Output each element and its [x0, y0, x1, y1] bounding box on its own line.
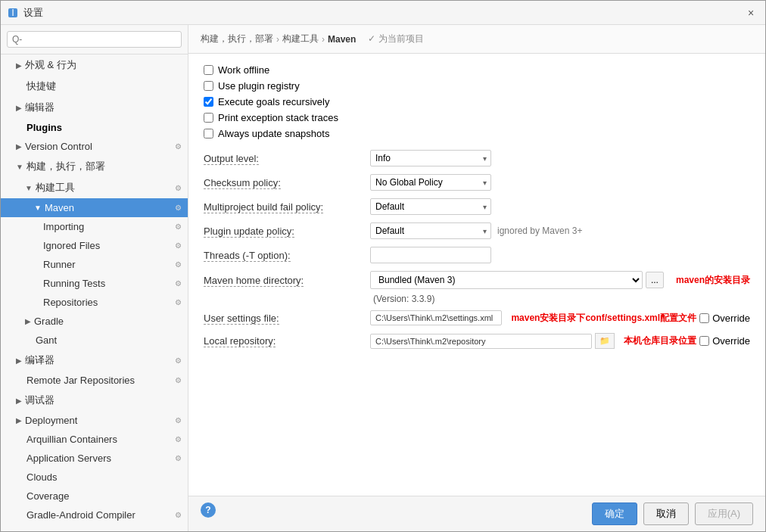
use-plugin-registry-checkbox[interactable] — [204, 81, 213, 91]
sidebar-item-label: Deployment — [25, 415, 175, 426]
checksum-policy-dropdown-wrapper: No Global Policy Ignore Warn Fail — [370, 174, 491, 191]
local-repo-annotation: 本机仓库目录位置 — [624, 334, 696, 347]
sidebar-item-remote-jar[interactable]: Remote Jar Repositories ⚙ — [1, 371, 188, 390]
local-repo-override-label[interactable]: Override — [699, 335, 750, 347]
always-update-label[interactable]: Always update snapshots — [204, 128, 329, 139]
expand-icon: ▶ — [25, 317, 31, 325]
close-button[interactable]: × — [743, 5, 759, 21]
plugin-update-label: Plugin update policy: — [204, 226, 370, 237]
plugin-update-select[interactable]: Default Always Never — [370, 222, 491, 239]
user-settings-override-label[interactable]: Override — [699, 313, 750, 324]
ext-icon: ⚙ — [175, 376, 182, 384]
local-repo-label: Local repository: — [204, 335, 370, 347]
sidebar-item-build-tools[interactable]: ▼ 构建工具 ⚙ — [1, 177, 188, 198]
plugin-update-note: ignored by Maven 3+ — [497, 226, 582, 236]
checksum-policy-label: Checksum policy: — [204, 177, 370, 188]
footer: ? 确定 取消 应用(A) — [188, 496, 765, 531]
sidebar-item-label: Version Control — [25, 141, 175, 152]
sidebar-item-runner[interactable]: Runner ⚙ — [1, 255, 188, 274]
maven-home-label: Maven home directory: — [204, 275, 370, 286]
breadcrumb-part1: 构建，执行，部署 — [201, 33, 273, 45]
sidebar-item-label: Gradle-Android Compiler — [26, 509, 175, 521]
sidebar: ▶ 外观 & 行为 快捷键 ▶ 编辑器 Plugins — [1, 25, 188, 531]
work-offline-checkbox[interactable] — [204, 65, 213, 75]
sidebar-item-label: Runner — [43, 259, 175, 270]
execute-goals-recursively-label[interactable]: Execute goals recursively — [204, 96, 329, 107]
print-exception-checkbox[interactable] — [204, 113, 213, 123]
multiproject-dropdown-wrapper: Default Fail Fast Fail At End Never Fail — [370, 198, 491, 215]
output-level-select[interactable]: Info Debug Warning Error — [370, 150, 491, 166]
sidebar-item-arquillian[interactable]: Arquillian Containers ⚙ — [1, 430, 188, 449]
as-project-label[interactable]: ✓ 为当前项目 — [368, 33, 423, 45]
sidebar-item-coverage[interactable]: Coverage — [1, 487, 188, 506]
sidebar-item-version-control[interactable]: ▶ Version Control ⚙ — [1, 137, 188, 156]
sidebar-item-label: Gant — [36, 334, 182, 346]
user-settings-value: maven安装目录下conf/settings.xml配置文件 Override — [370, 310, 750, 325]
form-area: Work offline Use plugin registry Execute… — [188, 54, 765, 496]
main-panel: 构建，执行，部署 › 构建工具 › Maven ✓ 为当前项目 Work off… — [188, 25, 765, 531]
user-settings-input[interactable] — [370, 310, 502, 325]
ext-icon: ⚙ — [175, 279, 182, 288]
help-button[interactable]: ? — [201, 502, 216, 518]
sidebar-item-label: 构建工具 — [36, 181, 175, 194]
print-exception-label[interactable]: Print exception stack traces — [204, 112, 338, 123]
use-plugin-registry-label[interactable]: Use plugin registry — [204, 80, 300, 92]
sidebar-item-label: Importing — [43, 221, 175, 232]
ok-button[interactable]: 确定 — [592, 502, 637, 525]
sidebar-item-importing[interactable]: Importing ⚙ — [1, 217, 188, 236]
ext-icon: ⚙ — [175, 204, 182, 212]
sidebar-item-plugins[interactable]: Plugins — [1, 118, 188, 137]
sidebar-item-deployment[interactable]: ▶ Deployment ⚙ — [1, 411, 188, 430]
sidebar-item-debugger[interactable]: ▶ 调试器 — [1, 390, 188, 411]
sidebar-item-label: Repositories — [43, 297, 175, 308]
maven-home-browse-button[interactable]: ... — [646, 272, 664, 288]
sidebar-item-gradle[interactable]: ▶ Gradle — [1, 312, 188, 331]
plugin-update-row: Plugin update policy: Default Always Nev… — [204, 222, 750, 239]
cancel-button[interactable]: 取消 — [643, 502, 689, 525]
maven-home-select[interactable]: Bundled (Maven 3) Custom — [370, 271, 643, 289]
user-settings-label: User settings file: — [204, 313, 370, 324]
search-input[interactable] — [7, 31, 182, 48]
version-row: (Version: 3.3.9) — [370, 294, 750, 304]
sidebar-item-clouds[interactable]: Clouds — [1, 468, 188, 487]
ext-icon: ⚙ — [175, 298, 182, 306]
checksum-policy-select[interactable]: No Global Policy Ignore Warn Fail — [370, 174, 491, 191]
sidebar-item-maven[interactable]: ▼ Maven ⚙ — [1, 198, 188, 217]
sidebar-item-label: Application Servers — [26, 453, 175, 464]
ext-icon: ⚙ — [175, 222, 182, 231]
multiproject-select[interactable]: Default Fail Fast Fail At End Never Fail — [370, 198, 491, 215]
user-settings-row: User settings file: maven安装目录下conf/setti… — [204, 310, 750, 325]
sidebar-item-ignored-files[interactable]: Ignored Files ⚙ — [1, 236, 188, 255]
ext-icon: ⚙ — [175, 142, 182, 151]
local-repo-input[interactable] — [370, 334, 592, 349]
window-controls: × — [743, 5, 759, 21]
always-update-checkbox[interactable] — [204, 129, 213, 138]
user-settings-override-checkbox[interactable] — [699, 313, 709, 323]
sidebar-item-app-servers[interactable]: Application Servers ⚙ — [1, 449, 188, 468]
breadcrumb-sep2: › — [322, 34, 325, 45]
sidebar-item-compiler[interactable]: ▶ 编译器 ⚙ — [1, 350, 188, 371]
sidebar-item-running-tests[interactable]: Running Tests ⚙ — [1, 274, 188, 293]
local-repo-value: 📁 本机仓库目录位置 Override — [370, 333, 750, 349]
sidebar-item-gant[interactable]: Gant — [1, 331, 188, 350]
sidebar-item-repositories[interactable]: Repositories ⚙ — [1, 293, 188, 312]
local-repo-row: Local repository: 📁 本机仓库目录位置 Override — [204, 333, 750, 349]
threads-input[interactable] — [370, 247, 491, 263]
local-repo-browse-button[interactable]: 📁 — [595, 333, 615, 349]
local-repo-override-checkbox[interactable] — [699, 336, 709, 346]
expand-icon: ▼ — [25, 184, 33, 192]
sidebar-item-appearance[interactable]: ▶ 外观 & 行为 — [1, 54, 188, 76]
ext-icon: ⚙ — [175, 511, 182, 519]
sidebar-item-build-exec-deploy[interactable]: ▼ 构建，执行，部署 — [1, 156, 188, 177]
multiproject-label: Multiproject build fail policy: — [204, 201, 370, 213]
execute-goals-recursively-checkbox[interactable] — [204, 97, 213, 107]
use-plugin-registry-text: Use plugin registry — [218, 80, 300, 92]
sidebar-item-gradle-android[interactable]: Gradle-Android Compiler ⚙ — [1, 506, 188, 524]
checksum-policy-value: No Global Policy Ignore Warn Fail — [370, 174, 750, 191]
apply-button[interactable]: 应用(A) — [695, 502, 753, 525]
sidebar-nav: ▶ 外观 & 行为 快捷键 ▶ 编辑器 Plugins — [1, 54, 188, 531]
sidebar-item-editor[interactable]: ▶ 编辑器 — [1, 97, 188, 118]
sidebar-item-keymap[interactable]: 快捷键 — [1, 76, 188, 97]
window-title: 设置 — [23, 6, 743, 20]
work-offline-label[interactable]: Work offline — [204, 64, 269, 76]
